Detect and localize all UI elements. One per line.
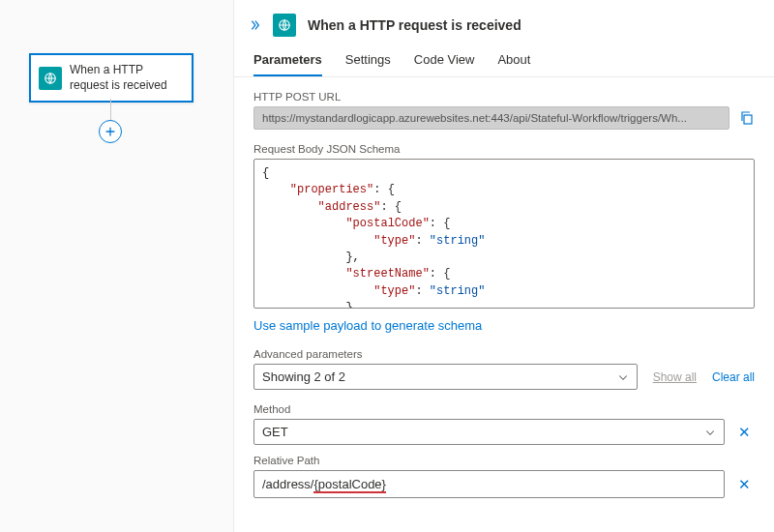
method-value: GET bbox=[262, 425, 288, 439]
connector-line bbox=[110, 99, 111, 120]
workflow-canvas: When a HTTP request is received bbox=[0, 0, 233, 532]
trigger-node-label: When a HTTP request is received bbox=[70, 63, 184, 93]
add-step-button[interactable] bbox=[99, 120, 122, 143]
clear-all-link[interactable]: Clear all bbox=[712, 370, 755, 384]
show-all-link[interactable]: Show all bbox=[653, 370, 697, 384]
advanced-params-select[interactable]: Showing 2 of 2 bbox=[253, 364, 638, 390]
tab-code-view[interactable]: Code View bbox=[414, 52, 475, 76]
use-sample-payload-link[interactable]: Use sample payload to generate schema bbox=[253, 318, 482, 333]
advanced-params-label: Advanced parameters bbox=[253, 348, 755, 360]
details-panel: When a HTTP request is received Paramete… bbox=[233, 0, 774, 532]
advanced-params-value: Showing 2 of 2 bbox=[262, 369, 345, 384]
method-select[interactable]: GET bbox=[253, 419, 725, 445]
relative-path-input[interactable]: /address/{postalCode} bbox=[253, 470, 725, 498]
trigger-node[interactable]: When a HTTP request is received bbox=[29, 53, 194, 103]
tab-about[interactable]: About bbox=[497, 52, 530, 76]
relative-path-token: {postalCode} bbox=[313, 477, 385, 493]
tab-settings[interactable]: Settings bbox=[345, 52, 391, 76]
schema-editor[interactable]: { "properties": { "address": { "postalCo… bbox=[253, 159, 755, 309]
copy-url-button[interactable] bbox=[739, 110, 755, 126]
remove-method-button[interactable]: ✕ bbox=[734, 424, 755, 441]
panel-title: When a HTTP request is received bbox=[308, 17, 521, 33]
svg-rect-2 bbox=[744, 115, 752, 124]
tab-parameters[interactable]: Parameters bbox=[253, 52, 322, 76]
parameters-body: HTTP POST URL https://mystandardlogicapp… bbox=[234, 77, 774, 532]
method-label: Method bbox=[253, 403, 755, 415]
relative-path-label: Relative Path bbox=[253, 455, 755, 466]
http-trigger-icon bbox=[39, 67, 62, 90]
schema-label: Request Body JSON Schema bbox=[253, 143, 755, 155]
chevron-down-icon bbox=[617, 371, 629, 383]
http-trigger-icon bbox=[273, 14, 296, 37]
collapse-icon[interactable] bbox=[248, 18, 261, 32]
relative-path-prefix: /address/ bbox=[262, 477, 313, 491]
remove-relative-path-button[interactable]: ✕ bbox=[734, 476, 755, 493]
panel-header: When a HTTP request is received bbox=[234, 0, 774, 46]
http-post-url-field[interactable]: https://mystandardlogicapp.azurewebsites… bbox=[253, 106, 729, 130]
http-post-url-label: HTTP POST URL bbox=[253, 91, 755, 103]
panel-tabs: Parameters Settings Code View About bbox=[234, 46, 774, 77]
chevron-down-icon bbox=[704, 427, 716, 438]
